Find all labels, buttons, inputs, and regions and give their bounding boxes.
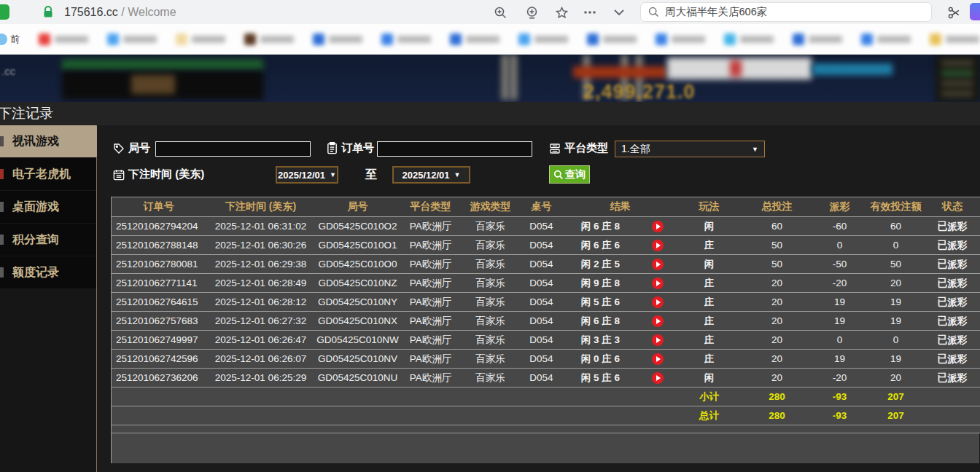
scissors-icon[interactable] <box>945 4 962 21</box>
bookmark-item[interactable] <box>39 34 88 45</box>
table-empty-area <box>111 433 979 463</box>
cell-payout: 19 <box>813 312 867 331</box>
bet-records-table: 订单号下注时间 (美东)局号平台类型游戏类型桌号结果玩法总投注派彩有效投注额状态… <box>111 197 980 433</box>
sidebar-item-0[interactable]: 视讯游戏 <box>0 125 96 157</box>
chevron-down-icon[interactable] <box>610 4 628 21</box>
replay-video-button[interactable] <box>652 259 664 270</box>
cell-platform: PA欧洲厅 <box>400 293 462 312</box>
cell-valid-bet: 0 <box>867 331 925 350</box>
sidebar-item-icon <box>0 169 4 179</box>
translate-icon[interactable] <box>523 4 540 21</box>
cell-result: 闲 0 庄 6 <box>564 350 677 369</box>
replay-video-button[interactable] <box>652 278 664 289</box>
date-from-select[interactable]: 2025/12/01▼ <box>276 166 338 184</box>
favicon <box>930 34 941 45</box>
banner-marquee <box>62 59 263 71</box>
more-options-icon[interactable] <box>581 4 599 21</box>
sidebar-item-3[interactable]: 积分查询 <box>0 224 96 256</box>
bookmark-star-icon[interactable] <box>553 4 570 21</box>
cell-valid-bet: 19 <box>867 350 925 369</box>
cell-play-type: 闲 <box>677 217 742 236</box>
to-label: 至 <box>365 168 377 183</box>
replay-video-button[interactable] <box>652 221 664 232</box>
column-header: 总投注 <box>742 197 813 217</box>
sidebar-item-label: 电子老虎机 <box>12 167 71 182</box>
sidebar-item-icon <box>0 267 4 278</box>
bookmark-item[interactable] <box>450 34 499 45</box>
cell-status: 已派彩 <box>925 293 980 312</box>
search-query-text: 周大福半年关店606家 <box>665 5 767 19</box>
cell-total-bet: 20 <box>742 369 813 388</box>
replay-video-button[interactable] <box>652 334 664 346</box>
cell-total-bet: 20 <box>742 274 813 293</box>
bookmark-item[interactable] <box>176 34 225 45</box>
sidebar-item-4[interactable]: 额度记录 <box>0 256 96 288</box>
column-header: 状态 <box>925 197 980 217</box>
cell-game-type: 百家乐 <box>462 350 520 369</box>
cell-round-no: GD05425C010NY <box>316 293 400 312</box>
cell-table-no: D054 <box>520 369 564 388</box>
bookmark-item[interactable] <box>656 34 705 45</box>
bookmark-item[interactable] <box>107 34 157 45</box>
bookmark-item[interactable] <box>861 34 911 45</box>
empty-row <box>112 425 980 433</box>
sidebar-item-2[interactable]: 桌面游戏 <box>0 191 96 223</box>
cell-game-type: 百家乐 <box>462 293 520 312</box>
zoom-icon[interactable] <box>491 4 509 21</box>
sidebar-item-1[interactable]: 电子老虎机 <box>0 158 96 190</box>
replay-video-button[interactable] <box>652 372 664 384</box>
cell-game-type: 百家乐 <box>462 369 520 388</box>
banner-button-red[interactable] <box>573 66 666 78</box>
bookmark-item[interactable] <box>381 34 431 45</box>
summary-payout: -93 <box>813 406 867 425</box>
date-to-select[interactable]: 2025/12/01▼ <box>392 166 470 184</box>
platform-type-select[interactable]: 1.全部 ▼ <box>615 141 765 157</box>
bookmark-item[interactable] <box>313 34 362 45</box>
banner-button-blue[interactable] <box>812 63 892 75</box>
replay-video-button[interactable] <box>652 240 664 251</box>
bookmark-item[interactable] <box>587 34 637 45</box>
bookmark-item[interactable] <box>518 34 568 45</box>
column-header: 结果 <box>564 197 677 217</box>
caret-down-icon: ▼ <box>752 146 758 153</box>
cell-round-no: GD05425C010NX <box>316 312 400 331</box>
table-row: 251201062788148 2025-12-01 06:30:26 GD05… <box>112 236 980 255</box>
cell-platform: PA欧洲厅 <box>400 331 462 350</box>
bookmark-item[interactable] <box>244 34 294 45</box>
replay-video-button[interactable] <box>652 353 664 365</box>
cell-order-no: 251201062771141 <box>112 274 206 293</box>
favicon <box>0 34 7 45</box>
cell-round-no: GD05425C010NW <box>316 331 400 350</box>
cell-play-type: 闲 <box>677 255 742 274</box>
lock-icon <box>42 6 54 18</box>
query-button[interactable]: 查询 <box>549 165 590 184</box>
round-no-input[interactable] <box>155 141 311 157</box>
cell-table-no: D054 <box>520 255 564 274</box>
favicon <box>107 34 119 45</box>
replay-video-button[interactable] <box>652 315 664 327</box>
extension-icon[interactable] <box>970 3 980 20</box>
cell-result: 闲 5 庄 6 <box>564 293 677 312</box>
bookmark-item[interactable] <box>930 34 979 45</box>
column-header: 下注时间 (美东) <box>206 197 316 217</box>
url-display[interactable]: 175616.cc / Welcome <box>64 6 176 19</box>
cell-total-bet: 20 <box>742 293 813 312</box>
server-list-icon <box>549 143 561 154</box>
table-row: 251201062780081 2025-12-01 06:29:38 GD05… <box>112 255 980 274</box>
bookmark-item[interactable]: 前 <box>0 33 20 46</box>
cell-play-type: 闲 <box>677 369 742 388</box>
order-no-input[interactable] <box>377 141 532 157</box>
cell-result: 闲 9 庄 8 <box>564 274 677 293</box>
cell-status: 已派彩 <box>925 217 980 236</box>
bookmark-item[interactable] <box>793 34 842 45</box>
replay-video-button[interactable] <box>652 296 664 308</box>
bookmark-item[interactable] <box>724 34 774 45</box>
cell-status: 已派彩 <box>925 369 980 388</box>
bookmark-label: 前 <box>10 33 20 46</box>
cell-result: 闲 6 庄 8 <box>564 217 677 236</box>
search-input[interactable]: 周大福半年关店606家 <box>640 2 932 22</box>
security-shield-icon <box>0 4 9 20</box>
cell-order-no: 251201062749997 <box>112 331 206 350</box>
cell-round-no: GD05425C010NZ <box>316 274 400 293</box>
cell-table-no: D054 <box>520 312 564 331</box>
